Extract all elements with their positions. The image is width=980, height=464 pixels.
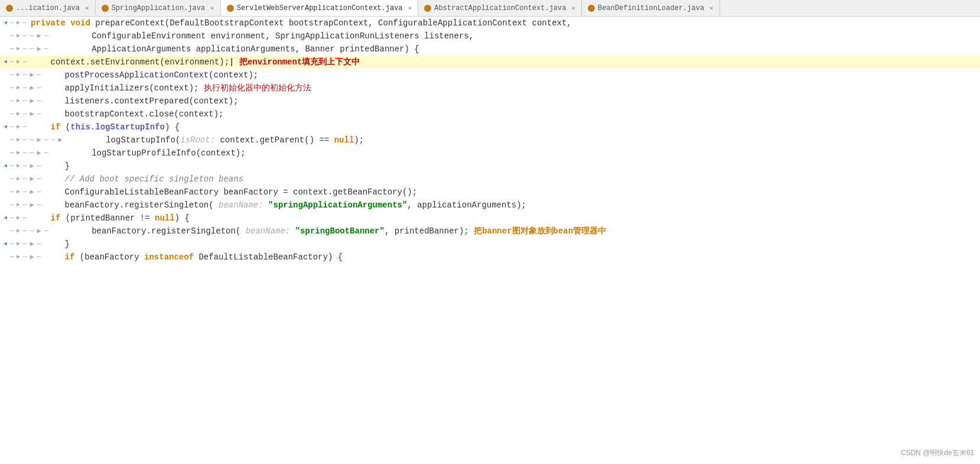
- gutter-dash5: ─: [43, 147, 50, 160]
- gutter-dash2: ─: [21, 251, 28, 264]
- gutter: ─ ▶ ─ ▶ ─: [0, 69, 43, 82]
- code-line: ◀ ─ ▶ ─ private void prepareContext(Defa…: [0, 17, 980, 30]
- gutter-dash3: ▶: [28, 199, 35, 212]
- gutter-dash: ─: [8, 43, 15, 56]
- code-line: ─ ▶ ─ ─ ▶ ─ logStartupProfileInfo(contex…: [0, 147, 980, 160]
- expand-arrow: ▶: [15, 56, 21, 69]
- gutter-dash: ─: [8, 225, 15, 238]
- line-content: }: [43, 238, 980, 251]
- gutter: ◀ ─ ▶ ─ ▶ ─: [0, 160, 43, 173]
- expand-arrow: ▶: [15, 199, 21, 212]
- tab-close-1[interactable]: ✕: [85, 4, 89, 12]
- gutter-dash4: ─: [35, 95, 43, 108]
- gutter-dash2: ─: [21, 173, 28, 186]
- tab-bean-def[interactable]: BeanDefinitionLoader.java ✕: [582, 0, 720, 16]
- gutter-dash: ─: [8, 95, 15, 108]
- line-content: beanFactory.registerSingleton( beanName:…: [43, 199, 980, 212]
- gutter-dash3: ─: [28, 30, 35, 43]
- expand-arrow: ▶: [15, 121, 21, 134]
- expand-arrow: ▶: [15, 30, 21, 43]
- tab-icon-1: [6, 5, 13, 12]
- gutter-dash: ─: [8, 212, 15, 225]
- gutter: ◀ ─ ▶ ─: [0, 56, 28, 69]
- tab-close-4[interactable]: ✕: [571, 4, 575, 12]
- line-content: }: [43, 160, 980, 173]
- tab-spring-application[interactable]: SpringApplication.java ✕: [96, 0, 221, 16]
- gutter-dash4: ▶: [35, 225, 43, 238]
- line-content: ConfigurableEnvironment environment, Spr…: [50, 30, 980, 43]
- expand-arrow: ▶: [15, 69, 21, 82]
- gutter-dash4: ─: [35, 108, 43, 121]
- tab-label-5: BeanDefinitionLoader.java: [598, 4, 704, 12]
- code-area[interactable]: ◀ ─ ▶ ─ private void prepareContext(Defa…: [0, 17, 980, 464]
- expand-arrow[interactable]: ▶: [15, 17, 21, 30]
- tab-close-2[interactable]: ✕: [210, 4, 214, 12]
- tab-ication[interactable]: ...ication.java ✕: [0, 0, 96, 16]
- gutter-dash3: ▶: [28, 251, 35, 264]
- code-line: ─ ▶ ─ ▶ ─ if (beanFactory instanceof Def…: [0, 251, 980, 264]
- code-line: ─ ▶ ─ ▶ ─ postProcessApplicationContext(…: [0, 69, 980, 82]
- gutter-dash: ─: [8, 160, 15, 173]
- fold-arrow[interactable]: ◀: [2, 121, 8, 134]
- gutter-dash: ─: [8, 199, 15, 212]
- fold-arrow[interactable]: ◀: [2, 56, 8, 69]
- gutter-dash: ─: [8, 121, 15, 134]
- line-content: ConfigurableListableBeanFactory beanFact…: [43, 186, 980, 199]
- gutter-dash4: ▶: [35, 147, 43, 160]
- code-line: ─ ▶ ─ ▶ ─ applyInitializers(context); 执行…: [0, 82, 980, 95]
- gutter-dash4: ▶: [35, 43, 43, 56]
- line-content: ApplicationArguments applicationArgument…: [50, 43, 980, 56]
- fold-arrow[interactable]: ◀: [2, 17, 8, 30]
- tab-label-1: ...ication.java: [16, 4, 80, 12]
- gutter-dash2: ─: [21, 108, 28, 121]
- gutter-dash4: ─: [35, 173, 43, 186]
- fold-arrow[interactable]: ◀: [2, 238, 8, 251]
- line-content: context.setEnvironment(environment);| 把e…: [28, 56, 980, 69]
- gutter-dash4: ─: [35, 238, 43, 251]
- gutter-dash4: ─: [35, 199, 43, 212]
- gutter-dash3: ─: [28, 147, 35, 160]
- fold-arrow[interactable]: ◀: [2, 160, 8, 173]
- gutter-dash: ─: [8, 108, 15, 121]
- tab-icon-5: [588, 5, 595, 12]
- gutter-dash: ─: [8, 147, 15, 160]
- tab-abstract[interactable]: AbstractApplicationContext.java ✕: [418, 0, 582, 16]
- gutter-dash2: ─: [21, 199, 28, 212]
- tab-servlet[interactable]: ServletWebServerApplicationContext.java …: [221, 0, 418, 17]
- gutter-dash2: ─: [21, 82, 28, 95]
- gutter-dash5: ─: [43, 225, 50, 238]
- fold-arrow: [2, 108, 8, 121]
- expand-arrow: ▶: [15, 134, 21, 147]
- fold-arrow: [2, 69, 8, 82]
- gutter-dash3: ▶: [28, 186, 35, 199]
- line-content: applyInitializers(context); 执行初始化器中的初始化方…: [43, 82, 980, 95]
- fold-arrow: [2, 30, 8, 43]
- expand-arrow: ▶: [15, 95, 21, 108]
- line-content: private void prepareContext(DefaultBoots…: [28, 17, 980, 30]
- line-content: bootstrapContext.close(context);: [43, 108, 980, 121]
- gutter-dash2: ─: [21, 160, 28, 173]
- code-line: ─ ▶ ─ ─ ▶ ─ beanFactory.registerSingleto…: [0, 225, 980, 238]
- tab-label-4: AbstractApplicationContext.java: [434, 4, 566, 12]
- gutter-dash5: ─: [43, 30, 50, 43]
- line-content: beanFactory.registerSingleton( beanName:…: [50, 225, 980, 238]
- gutter-dash4: ─: [35, 186, 43, 199]
- gutter-dash2: ─: [21, 56, 28, 69]
- line-content: // Add boot specific singleton beans: [43, 173, 980, 186]
- gutter-dash2: ─: [21, 43, 28, 56]
- tab-bar: ...ication.java ✕ SpringApplication.java…: [0, 0, 980, 17]
- tab-close-3[interactable]: ✕: [408, 4, 412, 12]
- gutter: ─ ▶ ─ ▶ ─: [0, 173, 43, 186]
- expand-arrow: ▶: [15, 238, 21, 251]
- gutter: ─ ▶ ─ ▶ ─: [0, 108, 43, 121]
- tab-close-5[interactable]: ✕: [709, 4, 714, 12]
- gutter-dash: ─: [8, 30, 15, 43]
- gutter-dash2: ─: [21, 95, 28, 108]
- gutter-dash3: ─: [28, 225, 35, 238]
- fold-arrow: [2, 147, 8, 160]
- expand-arrow: ▶: [15, 186, 21, 199]
- gutter-dash4: ─: [35, 69, 43, 82]
- fold-arrow[interactable]: ◀: [2, 212, 8, 225]
- fold-arrow: [2, 173, 8, 186]
- expand-arrow: ▶: [15, 225, 21, 238]
